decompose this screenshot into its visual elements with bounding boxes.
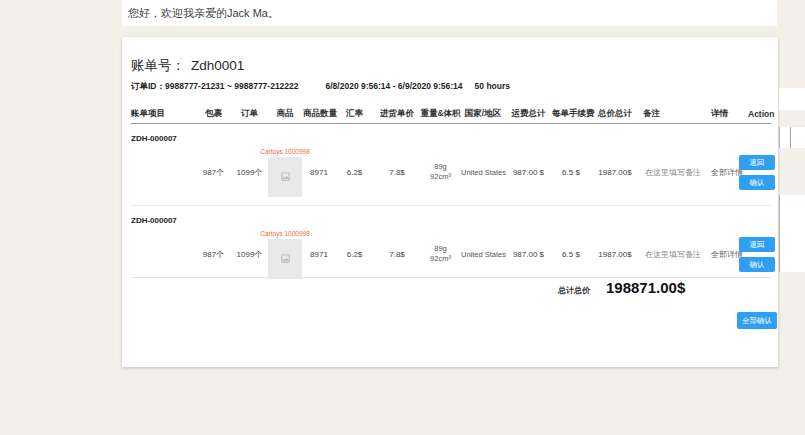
cell-order: 1099个: [232, 249, 267, 260]
bill-group: ZDH-000007 987个 1099个 Cartoys 1000998 89…: [131, 128, 805, 198]
cell-fee-per-order: 6.5 $: [552, 168, 590, 177]
cell-product: Cartoys 1000998: [267, 230, 303, 279]
col-header-order: 订单: [232, 108, 267, 120]
cell-shipping-total: 987.00 $: [505, 250, 552, 259]
bill-number-title: 账单号：Zdh0001: [131, 57, 244, 75]
col-header-quantity: 商品数量: [303, 108, 335, 120]
cell-order: 1099个: [232, 167, 267, 178]
cell-weight-volume: 89g 92cm³: [420, 162, 461, 182]
return-button[interactable]: 退回: [739, 237, 775, 252]
cell-quantity: 8971: [303, 250, 335, 259]
col-header-detail: 详情: [708, 108, 745, 120]
duration: 50 hours: [475, 81, 510, 91]
col-header-shipping: 运费总计: [505, 108, 552, 120]
cell-product: Cartoys 1000998: [267, 148, 303, 197]
remark-field[interactable]: 在这里填写备注: [640, 167, 708, 178]
bill-number-value: Zdh0001: [191, 58, 244, 73]
grand-total-value: 198871.00$: [606, 279, 685, 296]
image-placeholder-icon: [280, 171, 291, 182]
weight-value: 89g: [420, 162, 461, 172]
cell-rate: 6.2$: [335, 250, 374, 259]
order-id-value: 9988777-21231 ~ 9988777-212222: [165, 81, 299, 91]
volume-value: 92cm³: [420, 254, 461, 264]
confirm-button[interactable]: 确认: [739, 175, 775, 190]
cell-rate: 6.2$: [335, 168, 374, 177]
cell-weight-volume: 89g 92cm³: [420, 244, 461, 264]
group-id: ZDH-000007: [131, 210, 805, 228]
table-row: 987个 1099个 Cartoys 1000998 8971 6.2$ 7.8…: [131, 228, 805, 280]
product-image-placeholder: [268, 239, 302, 279]
remark-field[interactable]: 在这里填写备注: [640, 249, 708, 260]
table-header-row: 账单项目 包裹 订单 商品 商品数量 汇率 进货单价 重量&体积 国家/地区 运…: [131, 104, 805, 124]
volume-value: 92cm³: [420, 172, 461, 182]
image-placeholder-icon: [280, 253, 291, 264]
product-image-placeholder: [268, 157, 302, 197]
cell-country: United States: [461, 168, 505, 177]
bill-number-label: 账单号：: [131, 58, 185, 73]
cell-unit-price: 7.8$: [374, 250, 420, 259]
cell-fee-per-order: 6.5 $: [552, 250, 590, 259]
cell-package: 987个: [195, 249, 232, 260]
bill-subheader: 订单ID： 9988777-21231 ~ 9988777-212222 6/8…: [131, 81, 510, 93]
col-header-total-price: 总价总计: [590, 108, 640, 120]
col-header-bill-item: 账单项目: [131, 108, 195, 120]
page: 您好，欢迎我亲爱的Jack Ma。 账单号：Zdh0001 订单ID： 9988…: [0, 0, 805, 435]
cell-quantity: 8971: [303, 168, 335, 177]
product-name-link[interactable]: Cartoys 1000998: [260, 148, 310, 155]
col-header-country: 国家/地区: [461, 108, 505, 120]
return-button[interactable]: 退回: [739, 155, 775, 170]
cell-shipping-total: 987.00 $: [505, 168, 552, 177]
col-header-product: 商品: [267, 108, 303, 120]
bill-group: ZDH-000007 987个 1099个 Cartoys 1000998 89…: [131, 210, 805, 280]
confirm-all-button[interactable]: 全部确认: [737, 312, 777, 329]
action-buttons: 退回 确认: [739, 155, 805, 190]
group-divider: [131, 205, 771, 206]
grand-total-label: 总计总价: [558, 285, 590, 296]
action-buttons: 退回 确认: [739, 237, 805, 272]
confirm-button[interactable]: 确认: [739, 257, 775, 272]
col-header-rate: 汇率: [335, 108, 374, 120]
col-header-weight: 重量&体积: [420, 108, 461, 120]
col-header-unit-price: 进货单价: [374, 108, 420, 120]
billing-table: 账单项目 包裹 订单 商品 商品数量 汇率 进货单价 重量&体积 国家/地区 运…: [131, 104, 805, 124]
product-name-link[interactable]: Cartoys 1000998: [260, 230, 310, 237]
col-header-package: 包裹: [195, 108, 232, 120]
cell-unit-price: 7.8$: [374, 168, 420, 177]
table-row: 987个 1099个 Cartoys 1000998 8971 6.2$ 7.8…: [131, 146, 805, 198]
cell-price-total: 1987.00$: [590, 168, 640, 177]
date-range: 6/8/2020 9:56:14 - 6/9/2020 9:56:14: [326, 81, 463, 91]
cell-price-total: 1987.00$: [590, 250, 640, 259]
col-header-remark: 备注: [640, 108, 708, 120]
greeting-text: 您好，欢迎我亲爱的Jack Ma。: [122, 0, 777, 26]
totals-divider: [131, 277, 771, 278]
group-id: ZDH-000007: [131, 128, 805, 146]
order-id-label: 订单ID：: [131, 81, 165, 93]
col-header-action: Action: [745, 109, 805, 119]
col-header-fee: 每单手续费: [552, 108, 590, 120]
cell-package: 987个: [195, 167, 232, 178]
greeting-bar: 您好，欢迎我亲爱的Jack Ma。: [122, 0, 777, 26]
weight-value: 89g: [420, 244, 461, 254]
cell-country: United States: [461, 250, 505, 259]
